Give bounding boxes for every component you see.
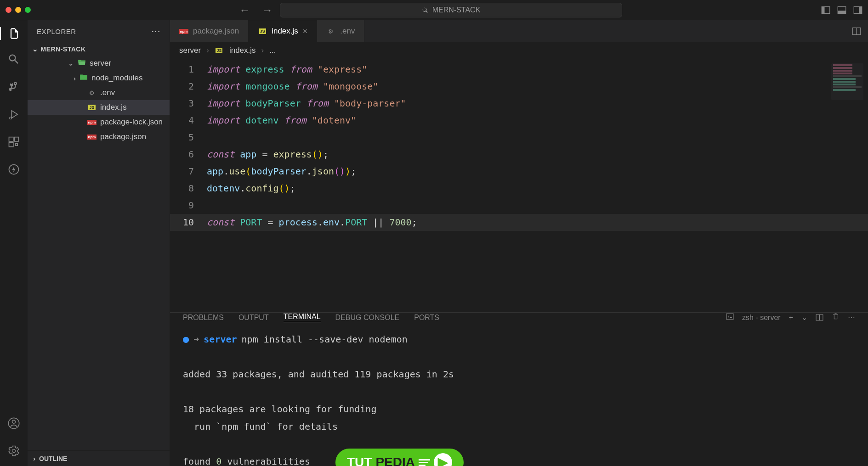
- search-icon: [421, 6, 429, 14]
- folder-label: server: [90, 59, 111, 68]
- terminal-tab-debug-console[interactable]: DEBUG CONSOLE: [335, 314, 400, 322]
- tree-file-package-json[interactable]: npm package.json: [28, 129, 170, 144]
- tab-label: .env: [340, 27, 355, 36]
- close-tab-icon[interactable]: ×: [303, 27, 308, 36]
- chevron-right-icon: ›: [261, 46, 264, 55]
- explorer-more-icon[interactable]: ⋯: [151, 26, 161, 37]
- js-file-icon: JS: [87, 105, 96, 110]
- tree-file-env[interactable]: ⚙ .env: [28, 85, 170, 100]
- terminal-content[interactable]: ● ➜ server npm install --save-dev nodemo…: [170, 322, 868, 466]
- layout-primary-sidebar-icon[interactable]: [821, 6, 830, 15]
- tab-index-js[interactable]: JS index.js ×: [249, 20, 317, 42]
- title-bar: ← → MERN-STACK: [0, 0, 868, 20]
- layout-secondary-sidebar-icon[interactable]: [853, 6, 862, 15]
- tree-file-package-lock[interactable]: npm package-lock.json: [28, 115, 170, 129]
- terminal-dropdown-icon[interactable]: ⌄: [801, 313, 807, 322]
- flash-activity-icon[interactable]: [7, 163, 20, 178]
- activity-bar: [0, 20, 28, 466]
- code-line[interactable]: 6const app = express();: [170, 146, 868, 163]
- tree-folder-server[interactable]: ⌄ server: [28, 56, 170, 71]
- line-number: 4: [170, 112, 207, 129]
- terminal-tab-ports[interactable]: PORTS: [414, 314, 439, 322]
- minimap[interactable]: [831, 63, 863, 100]
- explorer-title: EXPLORER: [37, 28, 76, 35]
- line-number: 2: [170, 78, 207, 95]
- accounts-activity-icon[interactable]: [7, 417, 20, 432]
- line-number: 3: [170, 95, 207, 112]
- outline-label: OUTLINE: [39, 455, 67, 462]
- code-line[interactable]: 8dotenv.config();: [170, 180, 868, 197]
- minimize-window-button[interactable]: [15, 7, 21, 13]
- tree-folder-node-modules[interactable]: › node_modules: [28, 71, 170, 85]
- search-activity-icon[interactable]: [7, 53, 20, 67]
- settings-activity-icon[interactable]: [7, 444, 20, 459]
- terminal-shell-icon: [726, 313, 734, 322]
- gear-icon: ⚙: [326, 28, 335, 35]
- line-number: 7: [170, 163, 207, 180]
- breadcrumb-seg[interactable]: server: [179, 46, 201, 55]
- run-debug-activity-icon[interactable]: [7, 108, 20, 123]
- code-line[interactable]: 7app.use(bodyParser.json());: [170, 163, 868, 180]
- terminal-panel: PROBLEMS OUTPUT TERMINAL DEBUG CONSOLE P…: [170, 312, 868, 466]
- layout-panel-icon[interactable]: [837, 6, 846, 15]
- terminal-shell-label[interactable]: zsh - server: [742, 314, 781, 322]
- line-number: 9: [170, 197, 207, 214]
- breadcrumb[interactable]: server › JS index.js › ...: [170, 42, 868, 59]
- prompt-arrow-icon: ➜: [193, 331, 199, 348]
- chevron-down-icon: ⌄: [68, 59, 74, 67]
- file-tree: ⌄ server › node_modules ⚙ .env JS index.…: [28, 56, 170, 144]
- line-number: 6: [170, 146, 207, 163]
- nav-back-icon[interactable]: ←: [239, 4, 250, 17]
- code-line[interactable]: 4import dotenv from "dotenv": [170, 112, 868, 129]
- explorer-activity-icon[interactable]: [0, 27, 28, 40]
- close-window-button[interactable]: [6, 7, 11, 13]
- terminal-more-icon[interactable]: ⋯: [848, 313, 855, 322]
- terminal-output-line: found 0 vulnerabilities: [183, 453, 855, 466]
- code-line[interactable]: 3import bodyParser from "body-parser": [170, 95, 868, 112]
- line-number: 10: [170, 214, 207, 231]
- maximize-window-button[interactable]: [25, 7, 31, 13]
- tab-package-json[interactable]: npm package.json: [170, 20, 249, 42]
- editor-tabs: npm package.json JS index.js × ⚙ .env: [170, 20, 868, 42]
- terminal-output-line: 18 packages are looking for funding: [183, 400, 855, 418]
- project-name: MERN-STACK: [41, 45, 86, 53]
- code-line[interactable]: 1import express from "express": [170, 61, 868, 78]
- command-center-search[interactable]: MERN-STACK: [280, 3, 622, 17]
- nav-forward-icon[interactable]: →: [262, 4, 273, 17]
- npm-file-icon: npm: [179, 29, 188, 34]
- terminal-tab-terminal[interactable]: TERMINAL: [284, 313, 321, 322]
- terminal-output-line: run `npm fund` for details: [183, 418, 855, 435]
- traffic-lights: [6, 7, 31, 13]
- tab-env[interactable]: ⚙ .env: [317, 20, 364, 42]
- editor-area: npm package.json JS index.js × ⚙ .env se…: [170, 20, 868, 466]
- terminal-trash-icon[interactable]: [832, 313, 840, 322]
- project-folder-header[interactable]: ⌄ MERN-STACK: [28, 42, 170, 56]
- breadcrumb-seg[interactable]: ...: [269, 46, 276, 55]
- code-editor[interactable]: 1import express from "express"2import mo…: [170, 59, 868, 312]
- terminal-new-icon[interactable]: +: [789, 314, 793, 322]
- svg-rect-12: [726, 314, 733, 320]
- code-line[interactable]: 2import mongoose from "mongoose": [170, 78, 868, 95]
- terminal-split-icon[interactable]: [816, 314, 823, 321]
- js-file-icon: JS: [258, 28, 267, 34]
- npm-file-icon: npm: [87, 135, 96, 140]
- line-number: 5: [170, 129, 207, 146]
- watermark-logo: TUTPEDIA ▶: [335, 449, 464, 466]
- code-line[interactable]: 9: [170, 197, 868, 214]
- code-line[interactable]: 5: [170, 129, 868, 146]
- tree-file-index-js[interactable]: JS index.js: [28, 100, 170, 115]
- extensions-activity-icon[interactable]: [7, 135, 20, 150]
- terminal-tab-problems[interactable]: PROBLEMS: [183, 314, 224, 322]
- source-control-activity-icon[interactable]: [7, 80, 20, 95]
- terminal-tab-bar: PROBLEMS OUTPUT TERMINAL DEBUG CONSOLE P…: [170, 313, 868, 322]
- terminal-tab-output[interactable]: OUTPUT: [238, 314, 269, 322]
- split-editor-icon[interactable]: [852, 27, 861, 36]
- tab-label: package.json: [193, 27, 239, 36]
- code-line[interactable]: 10const PORT = process.env.PORT || 7000;: [170, 214, 868, 231]
- npm-file-icon: npm: [87, 120, 96, 125]
- chevron-right-icon: ›: [74, 74, 76, 82]
- line-number: 8: [170, 180, 207, 197]
- outline-section[interactable]: › OUTLINE: [28, 450, 170, 466]
- breadcrumb-seg[interactable]: index.js: [229, 46, 256, 55]
- chevron-down-icon: ⌄: [32, 45, 39, 53]
